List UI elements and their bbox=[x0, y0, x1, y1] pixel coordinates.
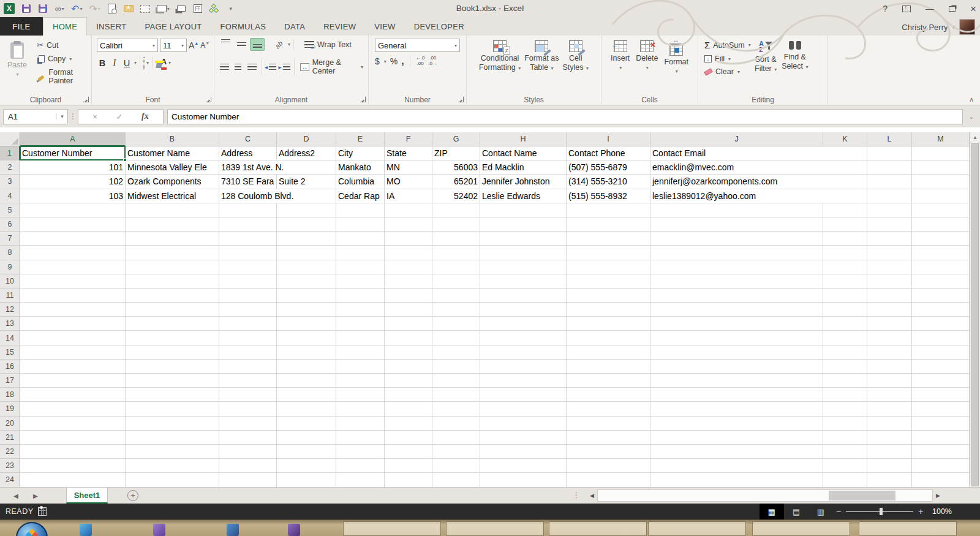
formula-bar-resize-handle[interactable]: ⋮ bbox=[68, 112, 78, 121]
row-header-8[interactable]: 8 bbox=[0, 246, 20, 260]
cell-B17[interactable] bbox=[126, 374, 219, 388]
column-header-L[interactable]: L bbox=[867, 132, 912, 146]
cell-C14[interactable] bbox=[219, 331, 277, 345]
format-painter-button[interactable]: Format Painter bbox=[34, 67, 91, 86]
cell-B12[interactable] bbox=[126, 303, 219, 317]
column-header-C[interactable]: C bbox=[219, 132, 277, 146]
row-header-24[interactable]: 24 bbox=[0, 473, 20, 487]
cell-E10[interactable] bbox=[336, 274, 385, 289]
cell-A1[interactable]: Customer Number bbox=[20, 146, 126, 160]
column-header-G[interactable]: G bbox=[432, 132, 480, 146]
cell-F14[interactable] bbox=[385, 331, 432, 345]
cell-D20[interactable] bbox=[277, 417, 336, 431]
percent-format-button[interactable]: % bbox=[390, 56, 398, 66]
chevron-down-icon[interactable]: ▾ bbox=[288, 42, 290, 47]
tab-page-layout[interactable]: PAGE LAYOUT bbox=[135, 17, 211, 36]
column-header-B[interactable]: B bbox=[126, 132, 219, 146]
row-header-1[interactable]: 1 bbox=[0, 146, 20, 160]
cell-I4[interactable]: (515) 555-8932 bbox=[567, 189, 650, 203]
cell-C5[interactable] bbox=[219, 203, 277, 217]
cell-K18[interactable] bbox=[823, 388, 867, 402]
new-sheet-icon[interactable] bbox=[193, 2, 203, 15]
row-header-22[interactable]: 22 bbox=[0, 445, 20, 459]
cell-E13[interactable] bbox=[336, 317, 385, 331]
excel-logo-icon[interactable]: X bbox=[4, 3, 15, 14]
cell-M16[interactable] bbox=[912, 360, 970, 374]
cell-F7[interactable] bbox=[385, 232, 432, 246]
name-box[interactable]: A1 ▾ bbox=[3, 109, 68, 124]
copy-button[interactable]: Copy ▾ bbox=[34, 53, 91, 64]
cell-D7[interactable] bbox=[277, 232, 336, 246]
cell-F9[interactable] bbox=[385, 260, 432, 274]
cell-M23[interactable] bbox=[912, 459, 970, 473]
cell-C3[interactable]: 7310 SE Fara bbox=[219, 175, 277, 189]
cell-F5[interactable] bbox=[385, 203, 432, 217]
alignment-dialog-launcher-icon[interactable] bbox=[360, 97, 366, 102]
taskbar-pinned-icon[interactable] bbox=[153, 524, 165, 536]
cell-J19[interactable] bbox=[650, 402, 823, 416]
cell-J8[interactable] bbox=[650, 246, 823, 260]
cell-D19[interactable] bbox=[277, 402, 336, 416]
cell-I5[interactable] bbox=[567, 203, 650, 217]
row-header-23[interactable]: 23 bbox=[0, 459, 20, 473]
row-header-7[interactable]: 7 bbox=[0, 232, 20, 246]
row-header-18[interactable]: 18 bbox=[0, 388, 20, 402]
new-sheet-button[interactable]: + bbox=[127, 490, 138, 501]
save-icon[interactable] bbox=[21, 2, 31, 15]
avatar[interactable] bbox=[959, 19, 975, 35]
cell-L11[interactable] bbox=[867, 289, 912, 303]
cell-I21[interactable] bbox=[567, 431, 650, 445]
cell-M17[interactable] bbox=[912, 374, 970, 388]
cell-E7[interactable] bbox=[336, 232, 385, 246]
cell-K9[interactable] bbox=[823, 260, 867, 274]
cell-L8[interactable] bbox=[867, 246, 912, 260]
cell-H17[interactable] bbox=[480, 374, 567, 388]
cell-A16[interactable] bbox=[20, 360, 126, 374]
cell-K10[interactable] bbox=[823, 274, 867, 289]
cell-D16[interactable] bbox=[277, 360, 336, 374]
cell-H3[interactable]: Jennifer Johnston bbox=[480, 175, 567, 189]
cell-K12[interactable] bbox=[823, 303, 867, 317]
scrollbar-resize-handle[interactable]: ⋮ bbox=[573, 491, 580, 499]
cell-H16[interactable] bbox=[480, 360, 567, 374]
cell-G17[interactable] bbox=[432, 374, 480, 388]
bold-button[interactable]: B bbox=[97, 58, 108, 68]
cell-L2[interactable] bbox=[867, 160, 912, 175]
cell-M4[interactable] bbox=[912, 189, 970, 203]
cell-B14[interactable] bbox=[126, 331, 219, 345]
cell-E5[interactable] bbox=[336, 203, 385, 217]
cell-C2[interactable]: 1839 1st Ave. N. bbox=[219, 160, 277, 175]
cell-A5[interactable] bbox=[20, 203, 126, 217]
cell-F11[interactable] bbox=[385, 289, 432, 303]
column-header-M[interactable]: M bbox=[912, 132, 970, 146]
cell-G2[interactable]: 56003 bbox=[432, 160, 480, 175]
paste-button[interactable]: Paste ▾ bbox=[2, 38, 32, 94]
cell-J24[interactable] bbox=[650, 473, 823, 487]
cell-M2[interactable] bbox=[912, 160, 970, 175]
cell-G5[interactable] bbox=[432, 203, 480, 217]
cell-D9[interactable] bbox=[277, 260, 336, 274]
cell-I10[interactable] bbox=[567, 274, 650, 289]
cell-B15[interactable] bbox=[126, 345, 219, 360]
screen-clipping-icon[interactable] bbox=[140, 2, 150, 15]
cell-K24[interactable] bbox=[823, 473, 867, 487]
row-header-17[interactable]: 17 bbox=[0, 374, 20, 388]
cell-L13[interactable] bbox=[867, 317, 912, 331]
font-size-select[interactable]: 11 ▾ bbox=[160, 39, 187, 52]
cell-M7[interactable] bbox=[912, 232, 970, 246]
cell-A12[interactable] bbox=[20, 303, 126, 317]
next-sheet-icon[interactable]: ▶ bbox=[33, 488, 38, 504]
cell-M24[interactable] bbox=[912, 473, 970, 487]
cell-F20[interactable] bbox=[385, 417, 432, 431]
cell-G10[interactable] bbox=[432, 274, 480, 289]
cell-G8[interactable] bbox=[432, 246, 480, 260]
cell-D1[interactable]: Address2 bbox=[277, 146, 336, 160]
row-header-21[interactable]: 21 bbox=[0, 431, 20, 445]
cell-I19[interactable] bbox=[567, 402, 650, 416]
taskbar-pinned-icon[interactable] bbox=[288, 524, 300, 536]
zoom-in-icon[interactable]: + bbox=[918, 507, 923, 516]
cell-B6[interactable] bbox=[126, 217, 219, 232]
cell-D13[interactable] bbox=[277, 317, 336, 331]
cell-G19[interactable] bbox=[432, 402, 480, 416]
cell-K8[interactable] bbox=[823, 246, 867, 260]
